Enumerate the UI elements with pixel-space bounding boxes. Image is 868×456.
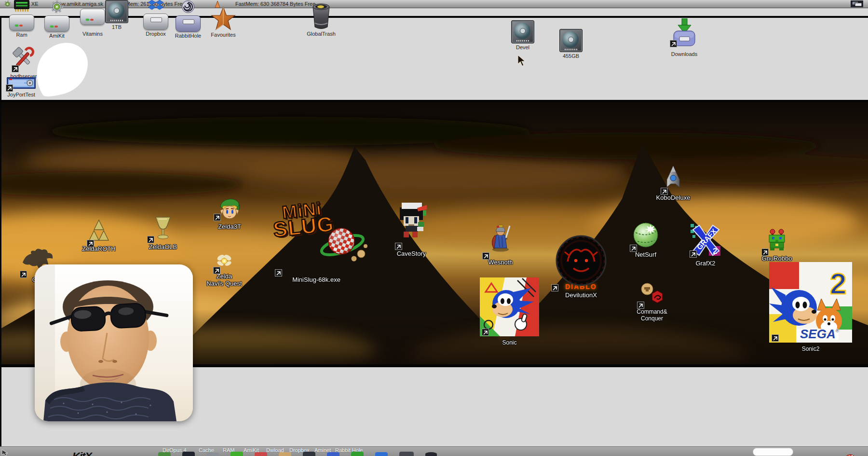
- gnurobbo-icon[interactable]: GnuRobbo: [757, 229, 797, 262]
- link-badge-icon: [551, 284, 558, 291]
- zeldaroth-icon[interactable]: ZeldaROTH: [79, 219, 119, 252]
- drive-label: Devel: [516, 44, 529, 50]
- drive-icon-ram[interactable]: Ram: [7, 0, 36, 38]
- dock-icon[interactable]: [231, 452, 243, 456]
- downloads-art: [671, 18, 697, 50]
- drive-icon-1tb[interactable]: 1TB: [103, 0, 130, 30]
- link-badge-icon: [147, 236, 154, 243]
- game-label: ZeldaNavi's Quest: [206, 273, 242, 288]
- link-badge-icon: [275, 269, 282, 276]
- dock-icon[interactable]: [255, 452, 267, 456]
- drive-icon-rabbithole[interactable]: RabbitHole: [174, 0, 203, 39]
- link-badge-icon: [630, 245, 637, 252]
- dock-icon[interactable]: [327, 452, 339, 456]
- link-badge-icon: [214, 214, 221, 221]
- quote-character-icon: [396, 201, 427, 242]
- link-badge-icon: [395, 243, 402, 250]
- drive-icon-vitamins[interactable]: Vitamins: [78, 9, 107, 37]
- kobodeluxe-icon[interactable]: KoboDeluxe: [649, 165, 697, 201]
- link-badge-icon: [761, 249, 769, 256]
- command-conquer-icon[interactable]: Command&Conquer: [632, 283, 672, 322]
- link-badge-icon: [772, 334, 779, 342]
- link-badge-icon: [482, 252, 489, 260]
- game-label: ZeldaOLB: [149, 243, 177, 250]
- fairy-icon: [216, 252, 232, 272]
- game-label: DevilutionX: [565, 291, 597, 299]
- devilutionx-icon[interactable]: Diablo DevilutionX: [552, 235, 610, 299]
- dock-icon[interactable]: [206, 453, 219, 456]
- sonic-art: [480, 277, 539, 338]
- drive-label: Ram: [16, 32, 27, 38]
- webcam-overlay: [35, 264, 193, 421]
- link-badge-icon: [20, 271, 27, 278]
- link-badge-icon: [12, 65, 19, 72]
- link-badge-icon: [213, 267, 220, 274]
- dock-icon[interactable]: [303, 452, 315, 456]
- globe-icon: [633, 222, 659, 250]
- drive-icon-downloads[interactable]: Downloads: [670, 18, 698, 57]
- link-badge-icon: [87, 240, 94, 247]
- drive-icon-devel[interactable]: Devel: [510, 20, 535, 50]
- joyport-window-icon: [7, 77, 36, 91]
- robot-icon: [765, 229, 788, 254]
- drive-label: AmiKit: [49, 33, 65, 39]
- dock-icon[interactable]: [399, 452, 414, 456]
- zelda-navi-icon[interactable]: ZeldaNavi's Quest: [204, 252, 244, 288]
- drive-icon-455gb[interactable]: 455GB: [558, 29, 583, 59]
- svg-text:2: 2: [830, 267, 846, 300]
- grafx2-icon[interactable]: GRAFX2 GrafX2: [686, 222, 725, 267]
- drive-icon-amikit[interactable]: AmiKit: [42, 0, 71, 39]
- link-badge-icon: [690, 250, 697, 258]
- dock-pointer-icon: [1, 449, 12, 456]
- window-border-top: [0, 16, 868, 18]
- drive-label: Vitamins: [82, 31, 103, 37]
- dock-boing-ball-icon[interactable]: [844, 452, 856, 456]
- goblet-icon: [154, 215, 172, 242]
- spiral-icon: [181, 0, 195, 15]
- game-label: Sonic2: [769, 345, 852, 352]
- dock-icon[interactable]: [158, 452, 171, 456]
- link-badge-icon: [670, 40, 677, 47]
- svg-text:®: ®: [836, 329, 839, 333]
- 455gb-drive-body: [559, 29, 583, 52]
- dock-icon[interactable]: [425, 452, 437, 456]
- triforce-icon: [88, 219, 110, 244]
- zeldaolb-icon[interactable]: ZeldaOLB: [143, 215, 183, 250]
- devel-drive-body: [511, 20, 534, 43]
- dock-icon[interactable]: [279, 452, 291, 456]
- amikit-drive-body: [44, 15, 69, 32]
- dock-icon[interactable]: [351, 452, 364, 456]
- game-label: MiniSlug-68k.exe: [287, 276, 345, 283]
- dropbox-drive-body: [143, 14, 168, 30]
- drive-label: Dropbox: [146, 31, 166, 37]
- star-label: Favourites: [211, 32, 235, 38]
- white-blob-overlay: [32, 40, 91, 99]
- game-label: Zelda3T: [218, 223, 241, 230]
- grafx2-logo-icon: GRAFX2: [689, 222, 722, 259]
- star-icon: [211, 7, 236, 31]
- zelda3t-icon[interactable]: Zelda3T: [210, 196, 249, 230]
- drive-label: Downloads: [671, 51, 697, 57]
- cnc-emblems-icon: [640, 283, 664, 308]
- screen-depth-gadget[interactable]: [851, 0, 863, 9]
- drive-icon-dropbox[interactable]: Dropbox: [141, 0, 170, 37]
- favourites-star-icon[interactable]: Favourites: [209, 7, 237, 38]
- globaltrash-icon[interactable]: GlobalTrash: [307, 2, 335, 37]
- diablo-orb-icon: [555, 235, 607, 289]
- dock-icon[interactable]: [375, 452, 388, 456]
- wesnoth-icon[interactable]: Wesnoth: [481, 222, 520, 266]
- sonic2-icon[interactable]: 2SEGA® Sonic2: [769, 262, 852, 352]
- dock-white-pill: [753, 448, 793, 456]
- rocket-icon: [663, 165, 684, 193]
- ram-drive-body: [9, 14, 34, 31]
- dock-icon[interactable]: [182, 452, 195, 456]
- amikit-dock-logo[interactable]: KitX: [72, 450, 92, 456]
- game-label: Command&Conquer: [637, 309, 667, 322]
- drive-label: 455GB: [563, 53, 579, 59]
- cavestory-icon[interactable]: CaveStory: [392, 201, 431, 257]
- tool-label: JoyPortTest: [7, 92, 35, 97]
- netsurf-icon[interactable]: NetSurf: [626, 222, 665, 258]
- sonic-icon[interactable]: Sonic: [480, 277, 539, 346]
- link-badge-icon: [661, 188, 668, 195]
- knight-icon: [489, 222, 512, 254]
